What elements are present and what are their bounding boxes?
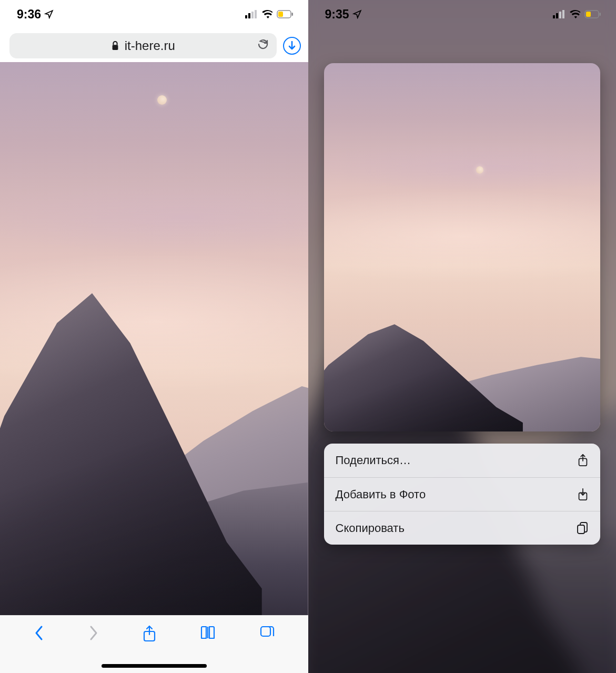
image-preview[interactable] — [324, 63, 601, 431]
svg-rect-19 — [578, 525, 584, 534]
phone-context-menu: 9:35 Поделиться… Добавить в Фото Скопиро… — [308, 0, 617, 673]
status-time: 9:35 — [325, 7, 349, 22]
copy-icon — [576, 521, 589, 535]
home-indicator[interactable] — [102, 664, 207, 668]
svg-rect-1 — [248, 13, 250, 18]
svg-rect-3 — [255, 10, 257, 18]
menu-item-label: Добавить в Фото — [336, 488, 426, 501]
reload-button[interactable] — [257, 38, 269, 54]
svg-rect-12 — [559, 12, 561, 18]
svg-rect-10 — [553, 15, 555, 18]
tabs-button[interactable] — [259, 625, 275, 643]
location-icon — [352, 9, 362, 19]
svg-rect-5 — [278, 12, 283, 17]
svg-rect-0 — [245, 15, 247, 18]
status-time: 9:36 — [17, 7, 41, 22]
save-to-photos-icon — [577, 488, 589, 501]
downloads-button[interactable] — [283, 37, 301, 55]
location-icon — [44, 9, 54, 19]
svg-rect-9 — [261, 627, 270, 636]
bookmarks-button[interactable] — [199, 625, 216, 642]
wifi-icon — [569, 10, 581, 18]
battery-icon — [277, 10, 294, 18]
menu-item-label: Поделиться… — [336, 454, 411, 467]
download-arrow-icon — [288, 41, 296, 51]
status-bar: 9:36 — [0, 0, 308, 28]
svg-rect-15 — [586, 12, 591, 17]
share-icon — [577, 454, 589, 467]
page-content-image[interactable] — [0, 62, 308, 615]
url-row: it-here.ru — [0, 29, 308, 62]
url-text: it-here.ru — [125, 38, 175, 53]
svg-rect-6 — [291, 13, 293, 16]
svg-rect-13 — [562, 10, 564, 18]
svg-rect-11 — [556, 13, 558, 18]
forward-button — [88, 625, 99, 643]
cellular-icon — [245, 10, 258, 18]
battery-icon — [584, 10, 601, 18]
share-button[interactable] — [143, 625, 156, 644]
svg-rect-2 — [251, 12, 254, 18]
phone-safari: 9:36 it-here.ru — [0, 0, 308, 673]
status-bar: 9:35 — [308, 0, 617, 28]
url-bar[interactable]: it-here.ru — [9, 33, 277, 58]
menu-item-share[interactable]: Поделиться… — [324, 444, 601, 477]
svg-rect-16 — [600, 13, 601, 16]
wifi-icon — [261, 10, 273, 18]
menu-item-copy[interactable]: Скопировать — [324, 511, 601, 545]
menu-item-label: Скопировать — [336, 521, 405, 535]
menu-item-add-to-photos[interactable]: Добавить в Фото — [324, 477, 601, 511]
cellular-icon — [553, 10, 565, 18]
svg-rect-7 — [112, 45, 118, 50]
lock-icon — [111, 41, 119, 51]
back-button[interactable] — [33, 625, 45, 643]
context-menu: Поделиться… Добавить в Фото Скопировать — [324, 444, 601, 545]
